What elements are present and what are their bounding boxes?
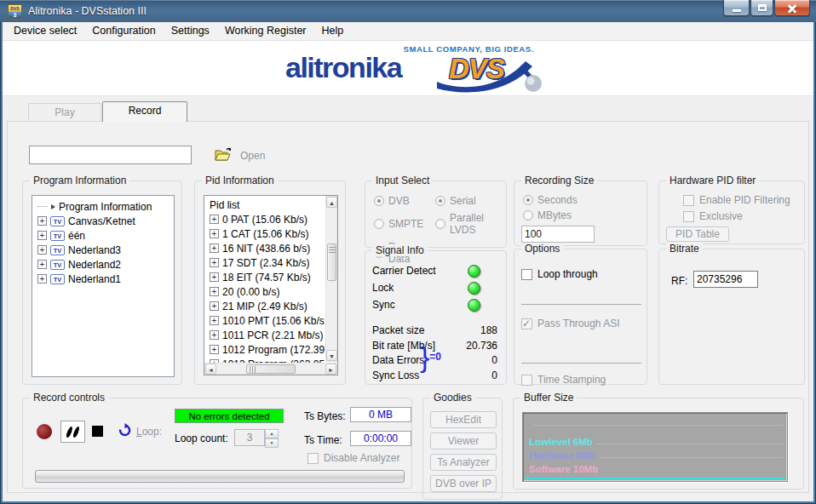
stop-button[interactable] — [92, 426, 103, 437]
pid-item[interactable]: +16 NIT (438.66 b/s) — [204, 241, 325, 255]
recording-size-input[interactable] — [521, 226, 595, 243]
disable-analyzer-label: Disable Analyzer — [324, 452, 399, 464]
button-dvb-over-ip[interactable]: DVB over IP — [430, 475, 497, 492]
checkbox-label: Loop through — [537, 268, 598, 280]
expand-icon[interactable]: + — [37, 274, 47, 284]
loop-icon[interactable] — [118, 423, 132, 438]
tree-item-canvas-ketnet[interactable]: +TVCanvas/Ketnet — [32, 214, 174, 228]
radio-serial[interactable]: Serial — [435, 195, 506, 207]
radio-dvb[interactable]: DVB — [374, 195, 432, 207]
radio-label-seconds: Seconds — [537, 194, 578, 206]
indicator-label: Carrier Detect — [372, 265, 436, 277]
pid-item[interactable]: +1011 PCR (2.21 Mb/s) — [204, 328, 325, 342]
rf-bitrate-input[interactable] — [693, 271, 758, 288]
radio-label-dvb: DVB — [388, 195, 410, 207]
pid-item[interactable]: +1 CAT (15.06 Kb/s) — [204, 226, 325, 241]
goodies-group: Goodies HexEditViewerTs AnalyzerDVB over… — [422, 398, 503, 500]
minimize-button[interactable] — [723, 0, 750, 16]
expand-icon[interactable]: + — [37, 245, 47, 255]
spin-down-icon[interactable]: ▼ — [265, 438, 279, 448]
pid-item[interactable]: +21 MIP (2.49 Kb/s) — [204, 299, 325, 313]
button-ts-analyzer[interactable]: Ts Analyzer — [430, 454, 497, 471]
expand-icon[interactable]: + — [37, 231, 47, 240]
open-folder-icon[interactable] — [214, 146, 233, 162]
tree-item-n[interactable]: +TVéén — [32, 228, 174, 243]
expand-icon[interactable]: + — [210, 215, 219, 224]
expand-icon[interactable]: + — [210, 229, 219, 238]
spin-up-icon[interactable]: ▲ — [265, 429, 279, 438]
vscroll-thumb[interactable] — [327, 243, 336, 281]
close-button[interactable] — [774, 0, 810, 16]
menu-item-settings[interactable]: Settings — [164, 22, 217, 40]
maximize-button[interactable] — [750, 0, 773, 16]
radio-smpte[interactable]: SMPTE — [374, 212, 432, 236]
radio-parallel-lvds[interactable]: Parallel LVDS — [435, 212, 506, 236]
record-button[interactable] — [37, 424, 52, 439]
tree-item-nederland2[interactable]: +TVNederland2 — [32, 257, 174, 272]
pid-list-header: Pid list — [204, 198, 325, 212]
menu-item-configuration[interactable]: Configuration — [84, 22, 163, 40]
menu-item-help[interactable]: Help — [314, 22, 352, 40]
expand-icon[interactable]: + — [210, 287, 219, 296]
pid-table-button[interactable]: PID Table — [666, 226, 729, 242]
radio-label-serial: Serial — [450, 195, 476, 207]
disable-analyzer-checkbox[interactable]: Disable Analyzer — [307, 452, 399, 464]
checkbox-enable-pid-filtering[interactable]: Enable PID Filtering — [683, 194, 790, 206]
expand-icon[interactable]: + — [210, 316, 219, 325]
menu-item-working-register[interactable]: Working Register — [217, 22, 314, 40]
pid-list[interactable]: Pid list+0 PAT (15.06 Kb/s)+1 CAT (15.06… — [204, 198, 325, 371]
loop-count-value[interactable]: 3 — [234, 429, 265, 446]
pid-vscrollbar[interactable]: ▲ ▼ — [325, 196, 337, 362]
checkbox-pass-through-asi[interactable]: Pass Through ASI — [521, 318, 620, 329]
ts-time-label: Ts Time: — [304, 434, 342, 446]
pause-button[interactable] — [60, 421, 85, 443]
checkbox-loop-through[interactable]: Loop through — [521, 268, 598, 280]
pid-item[interactable]: +18 EIT (74.57 Kb/s) — [204, 270, 325, 284]
pid-item[interactable]: +1010 PMT (15.06 Kb/s) — [204, 313, 325, 328]
tree-item-nederland3[interactable]: +TVNederland3 — [32, 243, 174, 257]
buffer-row-label: Lowlevel 6Mb — [529, 437, 593, 447]
menu-item-device-select[interactable]: Device select — [6, 22, 84, 40]
expand-icon[interactable]: + — [37, 216, 47, 226]
tree-item-label: één — [68, 230, 85, 242]
program-tree[interactable]: Program Information+TVCanvas/Ketnet+TVéé… — [32, 195, 175, 377]
tab-play[interactable]: Play — [28, 103, 101, 121]
checkbox-time-stamping[interactable]: Time Stamping — [521, 374, 606, 386]
pid-item[interactable]: +20 (0.00 b/s) — [204, 284, 325, 299]
radio-label-mbytes: MBytes — [537, 209, 572, 221]
expand-icon[interactable]: + — [210, 301, 219, 311]
expand-icon[interactable]: + — [210, 258, 219, 267]
tab-record[interactable]: Record — [102, 101, 187, 122]
hscroll-thumb[interactable] — [246, 364, 296, 374]
tree-item-nederland1[interactable]: +TVNederland1 — [32, 272, 174, 286]
scroll-left-icon[interactable]: ◄ — [205, 364, 216, 375]
open-label[interactable]: Open — [240, 150, 265, 162]
radio-seconds[interactable]: Seconds — [523, 194, 578, 206]
expand-icon[interactable]: + — [210, 345, 219, 354]
ts-time-value: 0:00:00 — [350, 431, 411, 446]
scroll-down-icon[interactable]: ▼ — [326, 350, 337, 361]
scroll-right-icon[interactable]: ► — [325, 364, 336, 375]
pid-item[interactable]: +1012 Program (172.39 Kb. — [204, 342, 325, 357]
file-path-input[interactable] — [29, 146, 192, 164]
expand-icon[interactable]: + — [210, 272, 219, 282]
pid-hscrollbar[interactable]: ◄ ► — [204, 363, 337, 375]
button-hexedit[interactable]: HexEdit — [430, 411, 497, 428]
expand-icon[interactable]: + — [37, 260, 47, 269]
program-information-title: Program Information — [30, 175, 129, 186]
tree-root-item[interactable]: Program Information — [32, 199, 174, 214]
titlebar[interactable]: DVS 3 Alitronika - DVSstation III — [0, 0, 816, 22]
alitronika-logo: SMALL COMPANY, BIG IDEAS. alitronika DVS — [285, 43, 541, 94]
buffer-row-software-10mb: Software 10Mb — [529, 464, 783, 474]
pid-item[interactable]: +0 PAT (15.06 Kb/s) — [204, 212, 325, 226]
indicator-label: Sync — [372, 299, 395, 311]
window-title: Alitronika - DVSstation III — [28, 5, 147, 17]
scroll-up-icon[interactable]: ▲ — [326, 197, 337, 208]
button-viewer[interactable]: Viewer — [430, 432, 497, 450]
pid-item[interactable]: +17 SDT (2.34 Kb/s) — [204, 255, 325, 270]
expand-icon[interactable]: + — [210, 330, 219, 340]
loop-count-stepper[interactable]: 3 ▲ ▼ — [234, 429, 279, 446]
expand-icon[interactable]: + — [210, 243, 219, 253]
checkbox-exclusive[interactable]: Exclusive — [683, 210, 743, 222]
radio-mbytes[interactable]: MBytes — [523, 209, 578, 221]
